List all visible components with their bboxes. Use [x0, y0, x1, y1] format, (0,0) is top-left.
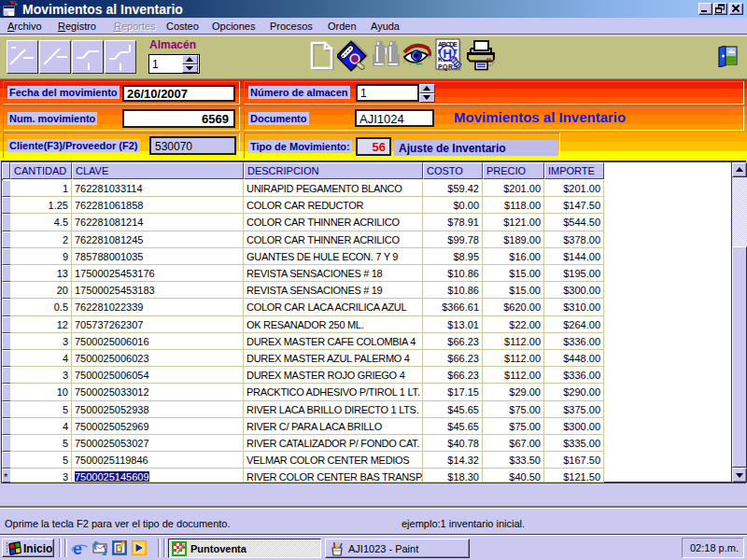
svg-text:e: e [73, 540, 82, 556]
